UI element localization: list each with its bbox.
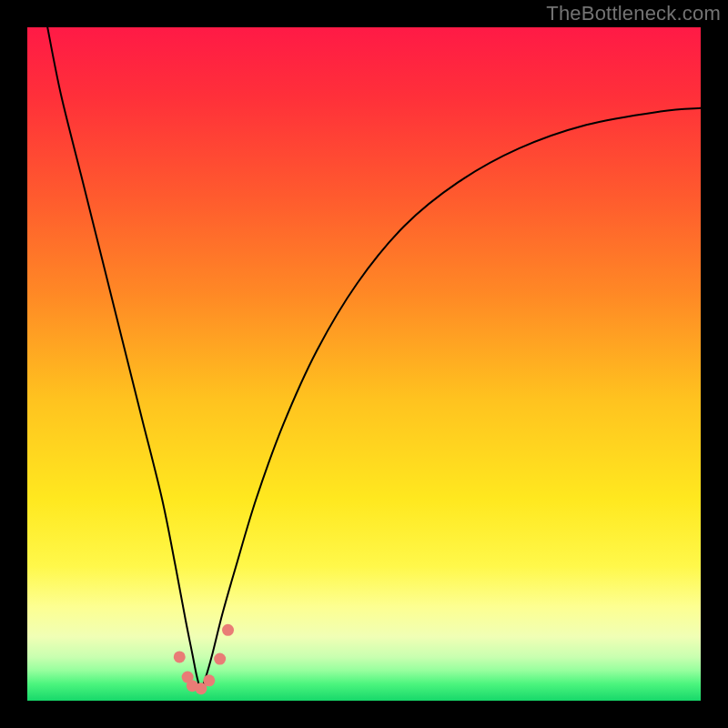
watermark-text: TheBottleneck.com	[546, 2, 721, 25]
chart-marker	[222, 624, 234, 636]
chart-marker	[203, 674, 215, 686]
chart-svg	[27, 27, 701, 701]
chart-marker	[174, 651, 186, 662]
chart-marker	[214, 653, 226, 665]
chart-plot-area	[27, 27, 701, 701]
